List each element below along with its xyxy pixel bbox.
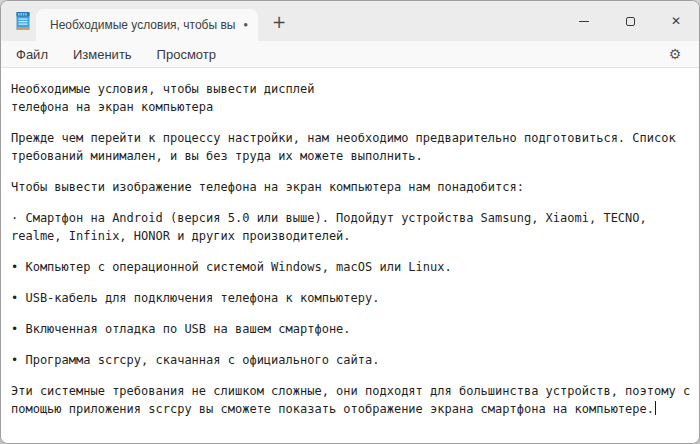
- new-tab-button[interactable]: +: [264, 9, 294, 35]
- bullet-computer: • Компьютер с операционной системой Wind…: [11, 258, 695, 276]
- bullet-smartphone: · Смартфон на Android (версия 5.0 или вы…: [11, 209, 695, 245]
- paragraph-outro: Эти системные требования не слишком слож…: [11, 382, 695, 418]
- menu-edit[interactable]: Изменить: [64, 45, 141, 64]
- minimize-icon: [579, 21, 589, 22]
- gear-icon: ⚙: [669, 46, 682, 62]
- text-editor-area[interactable]: Необходимые условия, чтобы вывести диспл…: [1, 68, 699, 443]
- notepad-app-icon: [14, 11, 32, 31]
- maximize-icon: [626, 17, 635, 26]
- bullet-usb-cable: • USB-кабель для подключения телефона к …: [11, 289, 695, 307]
- bullet-scrcpy: • Программа scrcpy, скачанная с официаль…: [11, 351, 695, 369]
- window-controls: ✕: [561, 1, 699, 41]
- menu-view[interactable]: Просмотр: [148, 45, 225, 64]
- close-button[interactable]: ✕: [653, 1, 699, 41]
- tab-title: Необходимые условия, чтобы вы: [50, 18, 235, 32]
- menubar: Файл Изменить Просмотр ⚙: [1, 41, 699, 68]
- settings-button[interactable]: ⚙: [661, 43, 689, 65]
- titlebar: Необходимые условия, чтобы вы ● + ✕: [1, 1, 699, 41]
- minimize-button[interactable]: [561, 1, 607, 41]
- bullet-usb-debugging: • Включенная отладка по USB на вашем сма…: [11, 320, 695, 338]
- paragraph-lead-in: Чтобы вывести изображение телефона на эк…: [11, 178, 695, 196]
- titlebar-drag-area: [294, 1, 561, 41]
- paragraph-intro: Прежде чем перейти к процессу настройки,…: [11, 129, 695, 165]
- close-icon: ✕: [671, 14, 681, 28]
- unsaved-changes-dot-icon: ●: [243, 21, 248, 29]
- menu-file[interactable]: Файл: [7, 45, 57, 64]
- notepad-window: Необходимые условия, чтобы вы ● + ✕ Файл…: [0, 0, 700, 444]
- paragraph-heading: Необходимые условия, чтобы вывести диспл…: [11, 80, 695, 116]
- text-caret: [655, 401, 656, 415]
- tab-document[interactable]: Необходимые условия, чтобы вы ●: [36, 9, 258, 41]
- maximize-button[interactable]: [607, 1, 653, 41]
